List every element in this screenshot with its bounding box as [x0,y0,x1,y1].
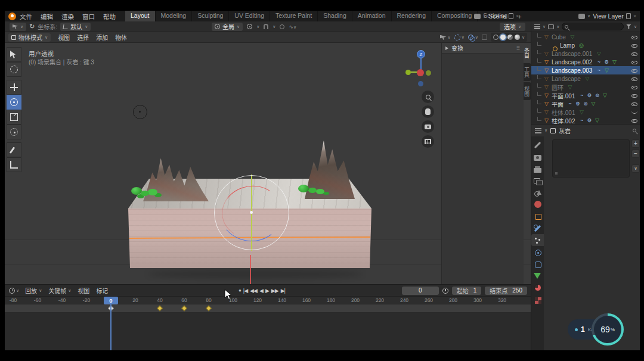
object-type-icon[interactable]: ▽ [543,84,550,90]
editor-type-icon[interactable] [535,128,541,133]
tool-properties-tab[interactable] [531,139,544,151]
axis-center-ball[interactable] [417,69,424,76]
object-data-icon[interactable]: ▽ [596,51,602,57]
eye-icon[interactable] [631,34,637,41]
move-tool-button[interactable] [7,80,21,95]
object-name[interactable]: 圆环 [552,83,564,92]
zoom-button[interactable] [422,91,434,103]
workspace-tab[interactable]: Shading [318,11,352,21]
hamburger-icon[interactable]: ≡ [516,45,520,51]
object-name[interactable]: 平面.001 [552,91,575,100]
overlays-toggle[interactable]: ∨ [468,35,478,41]
menu-item[interactable]: 编辑 [41,12,53,21]
wireframe-shading-button[interactable] [493,35,499,40]
object-type-icon[interactable]: ▽ [543,92,550,98]
menu-item[interactable]: 渲染 [61,12,74,21]
object-type-icon[interactable]: ▽ [543,101,550,107]
jump-to-end-button[interactable]: ▶| [281,288,285,294]
bushes-left[interactable] [131,187,142,195]
new-scene-icon[interactable] [509,13,513,19]
eye-icon[interactable] [631,67,637,74]
scene-properties-tab[interactable] [531,186,544,198]
axis-y-ball[interactable] [426,70,431,76]
animation-icon[interactable]: ~ [596,59,602,65]
camera-view-button[interactable] [422,120,434,133]
view-layer-selector[interactable]: ∨ View Layer × [578,12,636,20]
shading-options-dropdown[interactable]: ∨ [522,35,525,40]
object-name[interactable]: Cube [552,34,566,41]
menu-item[interactable]: 帮助 [103,12,116,21]
rotate-tool-button[interactable] [7,95,21,110]
animation-icon[interactable]: ~ [578,92,584,98]
animation-icon[interactable]: ~ [567,101,573,107]
search-input[interactable] [570,24,621,30]
object-visibility-dropdown[interactable]: ∨ [440,35,451,40]
render-properties-tab[interactable] [531,151,544,163]
measure-tool-button[interactable] [7,157,21,172]
playhead-line[interactable] [110,304,112,350]
viewport-menu-item[interactable]: 选择 [77,33,89,42]
remove-view-layer-icon[interactable]: × [633,13,636,19]
keyframe-diamond[interactable] [206,306,212,312]
eye-icon[interactable] [631,42,637,49]
scene-selector[interactable]: ∨ Scene × [474,12,519,20]
object-data-icon[interactable]: ▽ [603,67,609,73]
object-data-icon[interactable]: ▽ [590,101,596,107]
view-layer-properties-tab[interactable] [531,175,544,186]
object-name[interactable]: Landscape.001 [552,51,592,57]
3d-viewport[interactable]: 用户透视 (0) 场景集合 | 灰岩 : 键 3 Z 变换 ≡ [5,43,531,284]
sidebar-tab[interactable]: 工具 [524,63,531,81]
tool-fallback-dropdown[interactable]: ∨ [10,23,26,31]
outliner-row[interactable]: ▽ Cube ▽ [531,33,640,41]
rotate-gizmo[interactable] [214,175,289,250]
clock-icon[interactable] [9,288,15,294]
viewport-menu-item[interactable]: 物体 [115,33,127,42]
keyframe-diamond[interactable] [181,306,187,312]
object-name[interactable]: Landscape.002 [552,59,592,66]
blender-logo-icon[interactable] [8,13,16,20]
outliner-row[interactable]: ▽ Landscape ▽ [531,74,640,83]
eye-icon[interactable] [631,59,637,66]
snap-options-dropdown[interactable]: ∨ [273,24,275,29]
object-data-properties-tab[interactable] [531,270,544,282]
unlink-scene-icon[interactable]: × [516,13,519,19]
select-box-tool-button[interactable] [7,47,21,62]
constraints-properties-tab[interactable] [531,258,544,270]
texture-properties-tab[interactable] [531,294,544,306]
object-name[interactable]: Landscape.003 [552,67,592,74]
timeline-menu-item[interactable]: 关键帧∨ [48,286,71,295]
snap-toggle-magnet-icon[interactable] [264,24,268,29]
play-button[interactable]: ▶ [265,288,269,294]
play-reverse-button[interactable]: ◀ [259,288,263,294]
physics-properties-tab[interactable] [531,246,544,258]
object-type-icon[interactable]: ▽ [543,117,550,123]
eye-icon[interactable] [631,84,637,91]
object-properties-tab[interactable] [531,210,544,222]
sidebar-tab[interactable]: 视图 [524,82,531,100]
outliner-search[interactable] [562,23,624,30]
sidebar-tab[interactable]: 条目 [524,44,531,62]
object-data-icon[interactable]: ▽ [602,92,608,98]
menu-item[interactable]: 文件 [20,12,32,21]
remove-slot-button[interactable]: − [631,150,640,158]
slot-list[interactable] [552,139,630,178]
frame-start-field[interactable]: 起始1 [452,287,482,295]
timeline-menu-item[interactable]: 标记 [96,286,108,295]
object-type-icon[interactable]: ▽ [543,59,550,65]
outliner-row[interactable]: ▽ Landscape.003 ~ ▽ [531,66,640,74]
menu-item[interactable]: 窗口 [82,12,95,21]
falloff-dropdown[interactable]: ∿∨ [289,24,296,30]
outliner-row[interactable]: ▽ 柱体.001 ▽ [531,108,640,116]
navigation-gizmo[interactable]: Z [403,48,432,86]
viewport-menu-item[interactable]: 添加 [96,33,108,42]
eye-icon[interactable] [631,117,637,124]
auto-keying-button[interactable]: ● [239,288,241,293]
keyframe-track[interactable] [5,304,531,313]
slot-specials-dropdown[interactable]: ∨ [631,164,640,173]
eye-icon[interactable] [631,92,637,99]
object-data-icon[interactable]: ▽ [578,109,584,115]
eye-icon[interactable] [631,101,637,107]
workspace-tab[interactable]: Layout [125,11,156,21]
current-frame-field[interactable]: 0 [402,287,439,295]
animation-icon[interactable]: ~ [596,67,602,73]
